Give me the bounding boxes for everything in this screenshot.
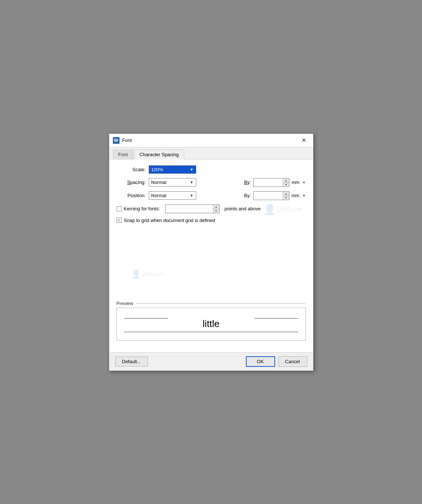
tab-content: Scale: 100% ▼ Spacing: Normal ▼ By:	[109, 159, 313, 352]
kerning-row: Kerning for fonts: ▲ ▼ points and above	[117, 204, 306, 213]
footer-left: Default...	[115, 357, 148, 366]
scale-label: Scale:	[117, 167, 146, 172]
default-button[interactable]: Default...	[115, 357, 148, 366]
spacing-spinner-down[interactable]: ▼	[283, 183, 289, 187]
position-by-input-wrap: ▲ ▼	[253, 191, 289, 200]
position-by-input[interactable]	[254, 192, 283, 200]
scale-dropdown[interactable]: 100% ▼	[149, 165, 196, 174]
preview-line-top-right	[254, 318, 298, 319]
ok-button[interactable]: OK	[246, 356, 275, 367]
font-dialog: W Font ✕ Font Character Spacing Scale: 1…	[109, 133, 313, 371]
preview-line-top-left	[124, 318, 168, 319]
kerning-spinner-up[interactable]: ▲	[213, 205, 219, 209]
kerning-checkbox-wrap: Kerning for fonts:	[117, 206, 160, 211]
spacing-mm-arrow[interactable]: ▼	[303, 181, 306, 184]
position-value: Normal	[151, 193, 190, 198]
footer: Default... OK Cancel	[109, 352, 313, 371]
kerning-spinner-down[interactable]: ▼	[213, 209, 219, 213]
preview-label-wrap: Preview	[117, 301, 306, 306]
tab-character-spacing[interactable]: Character Spacing	[134, 150, 185, 159]
title-bar: W Font ✕	[109, 134, 313, 147]
by-b: B	[244, 180, 247, 185]
spacing-mm-label: mm	[292, 180, 300, 185]
spacing-spinner-up[interactable]: ▲	[283, 178, 289, 183]
snap-label: Snap to grid when document grid is defin…	[124, 218, 215, 223]
title-bar-left: W Font	[113, 137, 132, 144]
position-spinner-down[interactable]: ▼	[283, 196, 289, 200]
snap-check-mark: ✓	[117, 218, 121, 223]
tab-font[interactable]: Font	[113, 150, 133, 159]
spacing-row: Spacing: Normal ▼ By: ▲ ▼ mm▼	[117, 178, 306, 187]
spacing-value: Normal	[151, 180, 190, 185]
spacing-label-s: S	[127, 180, 130, 185]
position-by-label: By:	[244, 193, 251, 198]
preview-line-bottom	[124, 332, 298, 332]
scale-row: Scale: 100% ▼	[117, 165, 306, 174]
spacing-dropdown-arrow: ▼	[190, 180, 194, 184]
tabs-row: Font Character Spacing	[109, 147, 313, 159]
kerning-checkbox[interactable]	[117, 206, 122, 211]
snap-row: ✓ Snap to grid when document grid is def…	[117, 218, 306, 223]
preview-box: little	[117, 308, 306, 341]
spacing-by-section: By: ▲ ▼ mm▼	[244, 178, 305, 187]
scale-value: 100%	[151, 167, 190, 172]
preview-label: Preview	[117, 301, 133, 306]
scale-dropdown-arrow: ▼	[190, 168, 194, 172]
position-spinner-up[interactable]: ▲	[283, 192, 289, 196]
spacer	[117, 227, 306, 301]
position-mm-arrow[interactable]: ▼	[303, 194, 306, 198]
close-button[interactable]: ✕	[299, 136, 309, 145]
position-by-section: By: ▲ ▼ mm▼	[244, 191, 305, 200]
position-row: Position: Normal ▼ By: ▲ ▼ mm▼	[117, 191, 306, 200]
dialog-title: Font	[122, 138, 132, 143]
footer-right: OK Cancel	[246, 356, 307, 367]
spacing-by-label: By:	[244, 180, 251, 185]
position-mm-label: mm	[292, 193, 300, 198]
kerning-input[interactable]	[166, 205, 213, 213]
cancel-button[interactable]: Cancel	[278, 356, 307, 367]
kerning-label: Kerning for fonts:	[124, 206, 160, 211]
spacing-by-input[interactable]	[254, 178, 283, 187]
kerning-spinner: ▲ ▼	[213, 205, 219, 213]
position-label: Position:	[117, 193, 146, 198]
kerning-input-wrap: ▲ ▼	[165, 204, 220, 213]
position-dropdown[interactable]: Normal ▼	[149, 191, 196, 200]
spacing-dropdown[interactable]: Normal ▼	[149, 178, 196, 187]
spacing-spinner: ▲ ▼	[283, 178, 289, 187]
preview-text: little	[202, 318, 219, 330]
spacing-by-input-wrap: ▲ ▼	[253, 178, 289, 187]
spacing-label-rest: pacing:	[130, 180, 146, 185]
points-label: points and above	[225, 206, 261, 211]
preview-section: Preview little	[109, 301, 313, 341]
preview-divider-line	[136, 303, 306, 304]
position-spinner: ▲ ▼	[283, 192, 289, 200]
position-dropdown-arrow: ▼	[190, 193, 194, 198]
app-icon: W	[113, 137, 119, 144]
spacing-label: Spacing:	[117, 180, 146, 185]
snap-checkbox[interactable]: ✓	[117, 218, 122, 223]
